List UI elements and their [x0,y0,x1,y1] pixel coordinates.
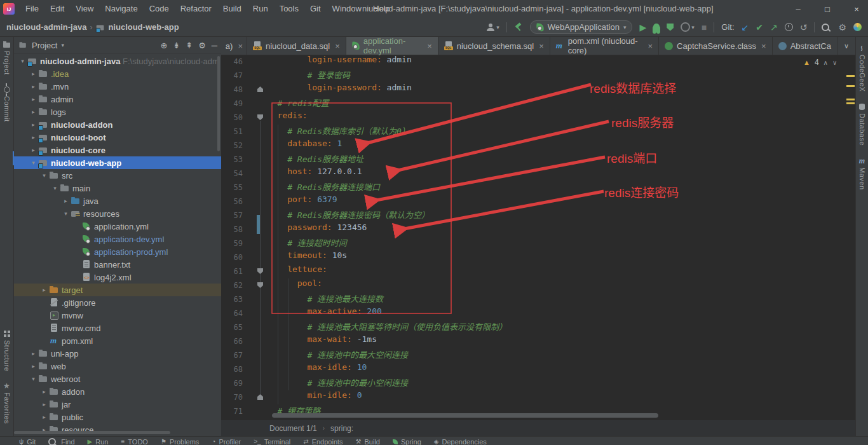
tree-expanded-arrow[interactable]: ▾ [29,160,38,166]
tree-item-niucloud-boot[interactable]: ▸niucloud-boot [14,131,221,144]
fold-marker[interactable] [257,114,263,120]
tree-item-niucloud-admin-java[interactable]: ▾niucloud-admin-java F:\studyjava\niuclo… [14,55,221,67]
tree-expanded-arrow[interactable]: ▾ [18,58,27,64]
fold-marker[interactable] [257,86,263,92]
close-icon[interactable]: × [648,41,653,51]
tab-pom-xml-niucloud-core-[interactable]: pom.xml (niucloud-core)× [550,37,659,55]
menu-run[interactable]: Run [247,0,274,18]
tree-collapsed-arrow[interactable]: ▸ [29,96,38,102]
tree-expanded-arrow[interactable]: ▾ [29,376,38,382]
plugin-icon[interactable] [853,23,862,31]
tool-window-button-build[interactable]: ⚒Build [356,437,380,445]
tree-item-target[interactable]: ▸target [14,284,221,296]
tool-window-button-codegeex[interactable]: ∽CodeGeeX [858,39,866,97]
tree-item-java[interactable]: ▸java [14,195,221,207]
close-icon[interactable]: × [539,41,544,51]
tree-item-niucloud-core[interactable]: ▸niucloud-core [14,144,221,156]
git-update-button[interactable]: ↙ [742,23,749,32]
menu-navigate[interactable]: Navigate [99,0,143,18]
tree-collapsed-arrow[interactable]: ▸ [29,134,38,140]
tool-window-button-favorites[interactable]: ★Favorites [3,377,11,430]
expand-all-icon[interactable]: ⇟ [173,41,180,50]
editor-area[interactable]: a)×niucloud_data.sql×application-dev.yml… [221,37,855,436]
fold-marker[interactable] [257,268,263,274]
breadcrumb-yaml-key[interactable]: spring: [330,424,353,433]
fold-marker[interactable] [257,394,263,400]
tree-collapsed-arrow[interactable]: ▸ [29,363,38,369]
tree-collapsed-arrow[interactable]: ▸ [29,109,38,115]
project-panel-title[interactable]: Project [32,41,57,50]
tool-window-button-dependencies[interactable]: ◈Dependencies [434,437,487,445]
history-icon[interactable] [785,23,793,31]
tree-collapsed-arrow[interactable]: ▸ [29,71,38,77]
tree-expanded-arrow[interactable]: ▾ [61,210,71,217]
tool-window-button-run[interactable]: ▶Run [88,437,109,445]
tool-window-button-profiler[interactable]: ◔Profiler [212,437,241,445]
tree-collapsed-arrow[interactable]: ▸ [39,388,49,395]
tool-window-button-project[interactable]: Project [3,37,11,81]
tree-item-pom-xml[interactable]: pom.xml [14,334,221,347]
tab-captchaservice-class[interactable]: CaptchaService.class× [659,37,773,55]
tab-niucloud-data-sql[interactable]: niucloud_data.sql× [247,37,346,55]
menu-tools[interactable]: Tools [274,0,304,18]
tree-item-log4j2-xml[interactable]: log4j2.xml [14,271,221,284]
code-viewport[interactable]: 46login-username: admin47# 登录密码48login-p… [221,55,855,414]
fold-marker[interactable] [257,282,263,288]
tree-item-application-yml[interactable]: application.yml [14,220,221,233]
tab-application-dev-yml[interactable]: application-dev.yml× [346,37,438,55]
breadcrumb-document[interactable]: Document 1/1 [269,424,317,433]
menu-build[interactable]: Build [217,0,247,18]
error-stripe-mark[interactable] [846,75,855,77]
run-button[interactable]: ▶ [639,23,646,32]
prev-warning-icon[interactable]: ∧ [824,59,828,66]
hide-panel-icon[interactable]: ─ [212,41,217,50]
editor-horizontal-scrollbar[interactable] [272,413,658,418]
menu-edit[interactable]: Edit [44,0,70,18]
tree-collapsed-arrow[interactable]: ▸ [29,83,38,90]
tree-item-web[interactable]: ▸web [14,360,221,373]
tree-item--gitignore[interactable]: .gitignore [14,296,221,309]
panel-settings-icon[interactable]: ⚙ [198,41,206,50]
menu-git[interactable]: Git [304,0,327,18]
tool-window-button-spring[interactable]: Spring [393,437,421,445]
tab-a-[interactable]: a)× [221,37,247,55]
tree-item-resources[interactable]: ▾resources [14,207,221,220]
error-stripe-mark[interactable] [846,99,855,100]
close-icon[interactable]: × [761,41,766,51]
tab-niucloud-schema-sql[interactable]: niucloud_schema.sql× [438,37,550,55]
tab-abstractca[interactable]: AbstractCa [773,37,837,55]
tool-window-button-problems[interactable]: ⚑Problems [161,437,199,445]
git-commit-button[interactable]: ✔ [756,23,763,32]
tree-collapsed-arrow[interactable]: ▸ [61,198,71,204]
tree-item-src[interactable]: ▾src [14,169,221,182]
menu-file[interactable]: File [20,0,44,18]
error-stripe-mark[interactable] [846,102,855,104]
tree-expanded-arrow[interactable]: ▾ [39,172,49,179]
tool-window-button-structure[interactable]: Structure [3,325,11,377]
build-hammer-icon[interactable] [514,23,523,32]
rollback-icon[interactable]: ↺ [800,23,808,32]
breadcrumb-project[interactable]: niucloud-admin-java [6,22,86,32]
tool-window-button-todo[interactable]: ≡TODO [121,437,148,445]
tree-expanded-arrow[interactable]: ▾ [50,185,60,191]
tree-item-jar[interactable]: ▸jar [14,398,221,411]
locate-file-icon[interactable]: ⊕ [160,41,167,50]
coverage-button[interactable] [667,24,674,31]
project-horizontal-scrollbar[interactable] [14,431,170,434]
inspection-widget[interactable]: ▲ 4 ∧ ∨ [803,58,837,67]
tree-item-webroot[interactable]: ▾webroot [14,373,221,385]
tree-item-banner-txt[interactable]: banner.txt [14,258,221,271]
user-profile-button[interactable]: ▾ [487,24,499,31]
profiler-button[interactable]: ▾ [681,22,695,32]
tree-item-application-dev-yml[interactable]: application-dev.yml [14,233,221,245]
git-push-button[interactable]: ↗ [770,23,778,32]
tree-item-admin[interactable]: ▸admin [14,93,221,106]
tool-window-button-git[interactable]: ψGit [19,437,36,445]
tree-item-logs[interactable]: ▸logs [14,106,221,118]
tree-item-mvnw-cmd[interactable]: mvnw.cmd [14,322,221,334]
tool-window-button-terminal[interactable]: >_Terminal [254,437,290,445]
tree-collapsed-arrow[interactable]: ▸ [39,287,49,293]
tree-item--mvn[interactable]: ▸.mvn [14,80,221,93]
tree-item-main[interactable]: ▾main [14,182,221,195]
tree-item-public[interactable]: ▸public [14,411,221,423]
